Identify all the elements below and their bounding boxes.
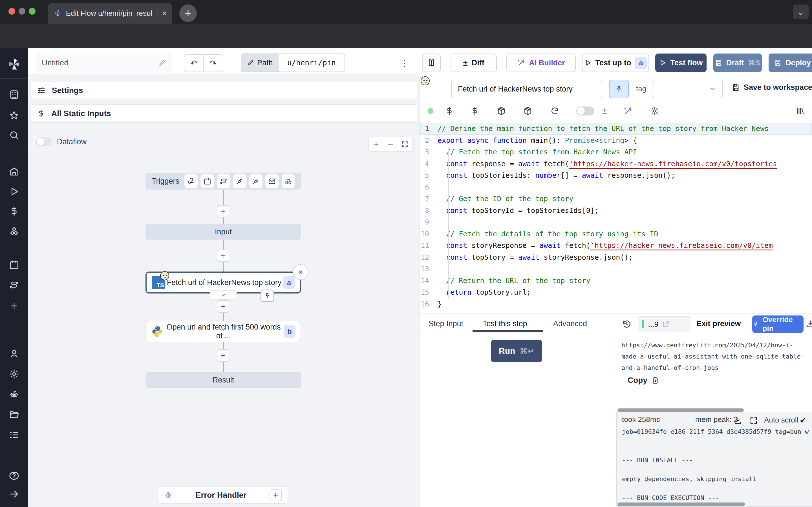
- sidebar-item-resources[interactable]: [0, 226, 28, 237]
- zoom-out-icon[interactable]: [387, 140, 394, 148]
- run-button[interactable]: Run ⌘↵: [491, 340, 542, 362]
- diff-button[interactable]: ± Diff: [451, 54, 497, 72]
- sidebar-item-variables[interactable]: [0, 206, 28, 216]
- flow-name-field[interactable]: Untitled: [36, 53, 172, 73]
- email-trigger-icon[interactable]: [265, 174, 278, 188]
- sidebar-item-home[interactable]: [0, 166, 28, 176]
- tab-search-chevron-icon[interactable]: ⌄: [793, 4, 809, 19]
- docs-button[interactable]: [422, 54, 441, 72]
- copy-result-button[interactable]: Copy: [627, 376, 659, 385]
- test-up-to-button[interactable]: Test up to a: [582, 54, 649, 72]
- maximize-window-button[interactable]: [29, 8, 36, 15]
- reload-code-icon[interactable]: [550, 107, 559, 115]
- windmill-logo[interactable]: [0, 57, 28, 71]
- sidebar-expand-icon[interactable]: [0, 489, 28, 499]
- expand-logs-icon[interactable]: [749, 416, 758, 425]
- close-window-button[interactable]: [8, 8, 15, 15]
- save-to-workspace-button[interactable]: Save to workspace: [732, 83, 812, 92]
- sidebar-item-logs[interactable]: [0, 430, 28, 440]
- step-summary-input[interactable]: Fetch url of HackerNews top story: [451, 80, 603, 98]
- step-node-b[interactable]: Open url and fetch first 500 words of ..…: [146, 321, 301, 342]
- history-icon[interactable]: [622, 320, 631, 329]
- all-static-inputs-row[interactable]: All Static Inputs: [31, 104, 417, 123]
- tab-advanced[interactable]: Advanced: [553, 320, 587, 328]
- redo-button[interactable]: ↷: [204, 55, 223, 71]
- schedule-trigger-icon[interactable]: [200, 174, 214, 188]
- sidebar-item-search[interactable]: [0, 130, 28, 140]
- undo-button[interactable]: ↶: [185, 55, 204, 71]
- webhook-trigger-icon[interactable]: [185, 174, 198, 188]
- download-logs-icon[interactable]: [733, 416, 742, 425]
- sidebar-item-help[interactable]: [0, 470, 28, 481]
- add-step-button[interactable]: [217, 300, 229, 313]
- override-pin-button[interactable]: Override pin: [752, 316, 804, 333]
- browser-tab[interactable]: Edit Flow u/henri/pin_results | ×: [48, 3, 172, 24]
- sidebar-item-routes[interactable]: [0, 280, 28, 290]
- add-step-button[interactable]: [217, 205, 229, 217]
- tab-step-input[interactable]: Step Input: [428, 320, 463, 328]
- sidebar-item-create[interactable]: [0, 301, 28, 311]
- http-route-trigger-icon[interactable]: [217, 174, 230, 188]
- tab-test-this-step[interactable]: Test this step: [483, 320, 527, 328]
- input-node[interactable]: Input: [146, 224, 301, 240]
- editor-toggle[interactable]: [576, 107, 594, 115]
- zoom-in-icon[interactable]: [372, 140, 380, 148]
- add-step-button[interactable]: [217, 349, 229, 362]
- resources-picker-icon[interactable]: [470, 107, 479, 115]
- remove-step-icon[interactable]: ×: [293, 264, 308, 280]
- poll-trigger-icon[interactable]: [282, 174, 295, 188]
- test-flow-button[interactable]: Test flow: [655, 54, 707, 72]
- fit-view-icon[interactable]: [401, 140, 409, 148]
- dataflow-toggle[interactable]: [36, 137, 52, 146]
- sidebar-item-settings[interactable]: [0, 369, 28, 379]
- draft-button[interactable]: Draft ⌘S: [713, 54, 762, 72]
- log-hscrollbar-bottom[interactable]: [617, 503, 745, 506]
- external-link-icon[interactable]: [662, 321, 670, 328]
- job-result-pill[interactable]: ...9: [638, 316, 691, 332]
- more-options-icon[interactable]: ⋮: [400, 58, 409, 69]
- test-up-to-label: Test up to: [596, 59, 631, 67]
- minimize-window-button[interactable]: [18, 8, 26, 15]
- sidebar-item-folders[interactable]: [0, 409, 28, 420]
- package-icon[interactable]: [497, 107, 506, 115]
- deploy-button[interactable]: Deploy: [769, 54, 812, 72]
- auto-scroll-label[interactable]: Auto scroll: [764, 416, 798, 425]
- ai-assist-icon[interactable]: [624, 107, 633, 115]
- download-result-icon[interactable]: [806, 320, 812, 328]
- diff-code-icon[interactable]: ±: [602, 105, 608, 116]
- error-handler-node[interactable]: Error Handler: [158, 487, 288, 504]
- websocket-trigger-icon[interactable]: [233, 174, 246, 188]
- tag-select[interactable]: [652, 80, 723, 98]
- code-editor[interactable]: 1// Define the main function to fetch th…: [420, 123, 812, 313]
- exit-preview-button[interactable]: Exit preview: [696, 320, 741, 328]
- kafka-trigger-icon[interactable]: [249, 174, 262, 188]
- pinned-result-badge[interactable]: [260, 290, 274, 302]
- add-step-button[interactable]: [217, 249, 229, 262]
- package-icon[interactable]: [523, 107, 532, 115]
- sidebar-item-schedules[interactable]: [0, 260, 28, 270]
- triggers-node[interactable]: Triggers: [146, 173, 301, 189]
- log-hscrollbar-top[interactable]: [617, 408, 744, 412]
- library-icon[interactable]: [796, 107, 805, 115]
- tab-close-icon[interactable]: ×: [162, 8, 167, 18]
- sidebar-item-favorites[interactable]: [0, 110, 28, 121]
- result-node[interactable]: Result: [146, 372, 301, 388]
- ai-builder-button[interactable]: AI Builder: [506, 54, 576, 72]
- check-icon[interactable]: ✔: [800, 416, 806, 425]
- new-tab-button[interactable]: +: [179, 4, 197, 22]
- path-label-segment[interactable]: Path: [241, 54, 278, 71]
- sidebar-item-workers[interactable]: [0, 389, 28, 399]
- collapse-step-chevron-icon[interactable]: [210, 290, 237, 300]
- editor-settings-icon[interactable]: [650, 107, 659, 115]
- sidebar-item-runs[interactable]: [0, 186, 28, 196]
- sidebar-item-user[interactable]: [0, 349, 28, 359]
- add-error-handler-icon[interactable]: [269, 489, 282, 501]
- sidebar-item-workspace[interactable]: [0, 90, 28, 100]
- flow-settings-row[interactable]: Settings: [31, 82, 417, 99]
- path-control[interactable]: Path u/henri/pin: [241, 54, 345, 72]
- pin-toggle-button[interactable]: [609, 80, 629, 98]
- variables-picker-icon[interactable]: [445, 107, 454, 115]
- code-line: 15 return topStory.url;: [420, 286, 812, 298]
- path-value-segment[interactable]: u/henri/pin: [278, 54, 345, 71]
- save-to-workspace-label: Save to workspace: [744, 83, 812, 92]
